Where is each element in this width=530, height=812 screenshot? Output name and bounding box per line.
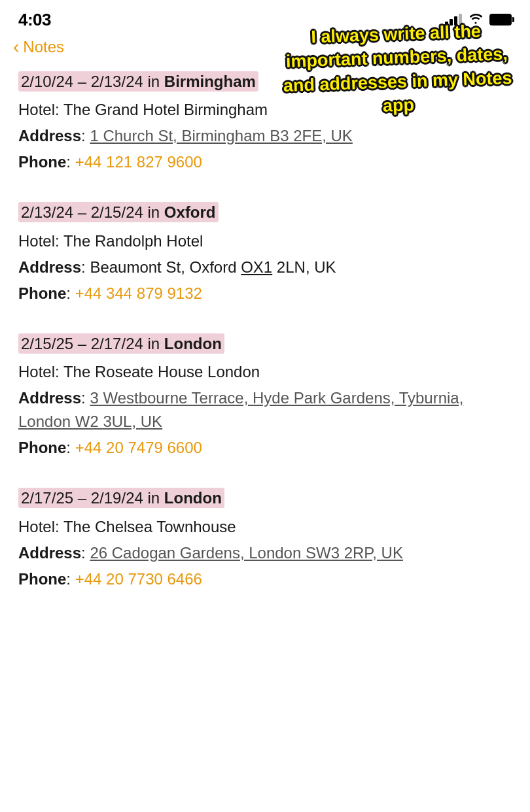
phone-4: Phone: +44 20 7730 6466 [18,567,512,591]
phone-1: Phone: +44 121 827 9600 [18,150,512,174]
date-range-2: 2/13/24 – 2/15/24 in [21,203,164,221]
city-1: Birmingham [164,73,256,90]
note-content: 2/10/24 – 2/13/24 in Birmingham Hotel: T… [0,69,530,591]
ox1-text: OX1 [241,258,272,276]
date-heading-3: 2/15/25 – 2/17/24 in London [18,333,224,354]
phone-label-2: Phone [18,284,66,302]
address-3: Address: 3 Westbourne Terrace, Hyde Park… [18,386,512,433]
date-line-2: 2/13/24 – 2/15/24 in Oxford [18,200,512,225]
hotel-3: Hotel: The Roseate House London [18,360,512,384]
annotation-line2: important numbers, dates, [285,44,508,72]
back-chevron-icon: ‹ [13,38,19,56]
address-link-4[interactable]: 26 Cadogan Gardens, London SW3 2RP, UK [90,544,403,562]
date-line-4: 2/17/25 – 2/19/24 in London [18,486,512,511]
phone-3: Phone: +44 20 7479 6600 [18,436,512,460]
date-heading-1: 2/10/24 – 2/13/24 in Birmingham [18,71,258,92]
city-3: London [164,335,222,352]
entry-london-chelsea: 2/17/25 – 2/19/24 in London Hotel: The C… [18,486,512,590]
date-heading-4: 2/17/25 – 2/19/24 in London [18,488,224,508]
entry-oxford: 2/13/24 – 2/15/24 in Oxford Hotel: The R… [18,200,512,305]
hotel-2: Hotel: The Randolph Hotel [18,229,512,253]
address-link-3[interactable]: 3 Westbourne Terrace, Hyde Park Gardens,… [18,389,463,430]
date-range-3: 2/15/25 – 2/17/24 in [21,335,164,352]
address-link-1[interactable]: 1 Church St, Birmingham B3 2FE, UK [90,127,352,144]
annotation-bubble: I always write all the important numbers… [268,18,527,122]
annotation-line1: I always write all the [311,22,482,47]
date-line-3: 2/15/25 – 2/17/24 in London [18,331,512,356]
address-label-4: Address [18,544,81,562]
entry-london-roseate: 2/15/25 – 2/17/24 in London Hotel: The R… [18,331,512,460]
address-1: Address: 1 Church St, Birmingham B3 2FE,… [18,124,512,148]
back-button[interactable]: ‹ Notes [13,38,64,56]
phone-2: Phone: +44 344 879 9132 [18,282,512,305]
phone-link-4[interactable]: +44 20 7730 6466 [75,570,202,588]
phone-label-4: Phone [18,570,66,588]
city-2: Oxford [164,203,216,221]
address-label-2: Address [18,258,81,276]
address-4: Address: 26 Cadogan Gardens, London SW3 … [18,541,512,565]
phone-label-3: Phone [18,439,66,456]
back-label: Notes [23,38,64,56]
phone-link-3[interactable]: +44 20 7479 6600 [75,439,202,456]
date-heading-2: 2/13/24 – 2/15/24 in Oxford [18,202,219,222]
phone-link-1[interactable]: +44 121 827 9600 [75,153,202,171]
date-range-1: 2/10/24 – 2/13/24 in [21,73,164,90]
address-label-3: Address [18,389,81,407]
address-label-1: Address [18,127,81,144]
city-4: London [164,489,222,507]
annotation-line3: and addresses in my Notes app [283,68,512,116]
phone-label-1: Phone [18,153,66,171]
hotel-4: Hotel: The Chelsea Townhouse [18,515,512,539]
address-2: Address: Beaumont St, Oxford OX1 2LN, UK [18,256,512,279]
status-time: 4:03 [18,10,51,30]
date-range-4: 2/17/25 – 2/19/24 in [21,489,164,507]
phone-link-2[interactable]: +44 344 879 9132 [75,284,202,302]
